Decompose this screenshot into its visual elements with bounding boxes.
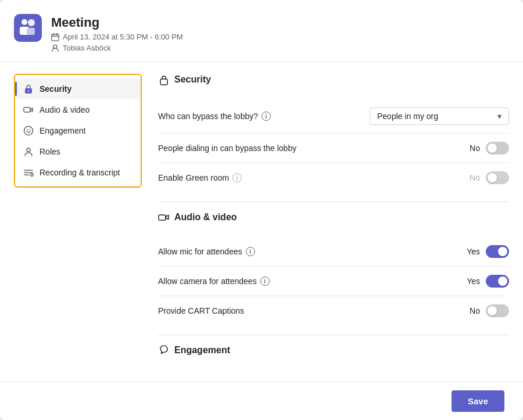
lock-icon [23,84,34,94]
allow-mic-control: Yes [467,245,509,258]
sidebar-audio-video-label: Audio & video [40,105,89,114]
audio-video-section: Audio & video Allow mic for attendees i … [158,211,509,325]
sidebar-item-audio-video[interactable]: Audio & video [15,99,141,120]
svg-rect-23 [159,215,166,220]
green-room-control: No [470,171,509,184]
allow-mic-track [486,245,509,258]
allow-mic-label: Allow mic for attendees i [158,247,255,256]
video-icon [23,105,34,115]
green-room-track [486,171,509,184]
svg-point-11 [28,91,29,92]
organizer-row: Tobias Asböck [51,44,183,52]
engagement-section-icon [158,344,170,356]
svg-rect-22 [160,79,167,85]
security-section: Security Who can bypass the lobby? i Peo… [158,74,509,192]
meeting-date: April 13, 2024 at 5:30 PM - 6:00 PM [63,33,183,41]
cart-captions-control: No [470,304,509,317]
bypass-lobby-label: Who can bypass the lobby? i [158,112,271,121]
roles-icon [23,146,34,157]
green-room-toggle [486,171,509,184]
cart-captions-track [486,304,509,317]
allow-mic-row: Allow mic for attendees i Yes [158,237,509,267]
green-room-value: No [470,173,480,182]
cart-captions-toggle[interactable] [486,304,509,317]
allow-camera-toggle[interactable] [486,275,509,288]
allow-camera-thumb [498,277,507,286]
green-room-info-icon[interactable]: i [232,173,242,182]
sidebar-item-engagement[interactable]: Engagement [15,120,141,141]
allow-mic-info-icon[interactable]: i [246,247,255,256]
svg-point-15 [29,130,30,131]
allow-camera-value: Yes [467,277,480,286]
engagement-section-title: Engagement [174,345,230,356]
header-info: Meeting April 13, 2024 at 5:30 PM - 6:00… [51,14,183,52]
allow-camera-label: Allow camera for attendees i [158,277,270,286]
bypass-lobby-dropdown[interactable]: People in my org ▾ [370,107,509,125]
audio-video-section-header: Audio & video [158,211,509,228]
engagement-icon [23,125,34,136]
allow-mic-toggle[interactable] [486,245,509,258]
dialin-bypass-track [486,142,509,155]
sidebar-item-recording[interactable]: Recording & transcript [15,162,141,183]
header: Meeting April 13, 2024 at 5:30 PM - 6:00… [0,0,523,62]
dialin-bypass-toggle[interactable] [486,142,509,155]
dialin-bypass-value: No [470,143,480,153]
svg-rect-4 [27,28,35,35]
engagement-section: Engagement [158,344,509,361]
sidebar-item-security[interactable]: Security [15,78,141,99]
svg-point-13 [24,127,33,135]
main-content: Security Who can bypass the lobby? i Peo… [142,74,509,370]
sidebar-security-label: Security [40,84,71,94]
allow-mic-value: Yes [467,247,480,256]
svg-point-21 [31,174,33,175]
teams-logo-icon [14,14,42,42]
sidebar-roles-label: Roles [40,147,60,156]
organizer-name: Tobias Asböck [63,44,111,52]
green-room-label: Enable Green room i [158,173,242,182]
sidebar-item-roles[interactable]: Roles [15,141,141,162]
allow-camera-row: Allow camera for attendees i Yes [158,267,509,296]
cart-captions-row: Provide CART Captions No [158,296,509,325]
allow-camera-info-icon[interactable]: i [260,277,270,286]
app-window: Meeting April 13, 2024 at 5:30 PM - 6:00… [0,0,523,420]
sidebar: Security Audio & video [14,74,142,188]
cart-captions-value: No [470,306,480,315]
green-room-row: Enable Green room i No [158,163,509,192]
allow-camera-control: Yes [467,275,509,288]
dialin-bypass-thumb [488,143,497,153]
security-section-icon [158,74,170,85]
security-section-title: Security [174,74,211,85]
page-title: Meeting [51,15,183,30]
audio-video-section-icon [158,211,170,223]
engagement-section-header: Engagement [158,344,509,361]
section-divider-2 [158,335,509,335]
cart-captions-thumb [488,306,497,315]
meeting-date-row: April 13, 2024 at 5:30 PM - 6:00 PM [51,33,183,41]
green-room-thumb [488,173,497,182]
svg-point-16 [27,148,30,152]
recording-icon [23,167,34,178]
allow-mic-thumb [498,247,507,256]
bypass-lobby-row: Who can bypass the lobby? i People in my… [158,99,509,134]
calendar-icon [51,33,59,41]
sidebar-engagement-label: Engagement [40,126,85,135]
bypass-lobby-value: People in my org [377,112,438,121]
svg-point-1 [28,19,35,26]
footer: Save [0,382,523,420]
chevron-down-icon: ▾ [497,112,501,121]
body: Security Audio & video [0,62,523,382]
dialin-bypass-row: People dialing in can bypass the lobby N… [158,134,509,163]
person-icon [51,44,59,52]
dialin-bypass-label: People dialing in can bypass the lobby [158,143,296,153]
bypass-lobby-info-icon[interactable]: i [262,112,271,121]
save-button[interactable]: Save [452,390,504,412]
svg-rect-5 [52,34,59,40]
section-divider-1 [158,202,509,202]
svg-point-14 [27,130,28,131]
svg-point-2 [22,19,27,25]
svg-rect-12 [24,107,30,112]
dialin-bypass-control: No [470,142,509,155]
audio-video-section-title: Audio & video [174,212,237,222]
sidebar-recording-label: Recording & transcript [40,168,120,177]
cart-captions-label: Provide CART Captions [158,306,244,315]
